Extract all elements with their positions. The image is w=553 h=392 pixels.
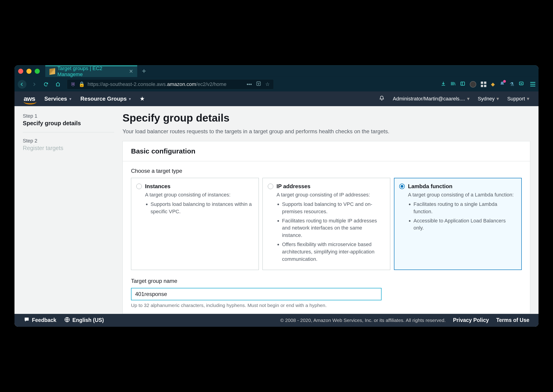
step-title: Register targets bbox=[23, 145, 114, 151]
svg-rect-2 bbox=[519, 82, 523, 85]
browser-tab[interactable]: Target groups | EC2 Manageme ✕ bbox=[45, 65, 137, 77]
browser-titlebar: Target groups | EC2 Manageme ✕ + bbox=[14, 65, 539, 77]
firefox-account-avatar[interactable] bbox=[470, 81, 476, 88]
window-controls bbox=[18, 69, 45, 74]
panel-body: Choose a target type Instances A target … bbox=[123, 161, 530, 314]
url-actions: ••• ☆ bbox=[247, 81, 270, 88]
aws-console-footer: Feedback English (US) © 2008 - 2020, Ama… bbox=[14, 314, 539, 327]
reload-button[interactable] bbox=[42, 80, 50, 89]
card-bullet: Supports load balancing to VPC and on-pr… bbox=[282, 201, 385, 215]
downloads-icon[interactable] bbox=[441, 81, 446, 88]
close-window-button[interactable] bbox=[18, 69, 23, 74]
browser-right-icons: ◆ ⚗ bbox=[441, 81, 535, 88]
maximize-window-button[interactable] bbox=[35, 69, 40, 74]
aws-notifications-icon[interactable] bbox=[379, 95, 385, 102]
forward-button[interactable] bbox=[30, 80, 38, 89]
page-subtitle: Your load balancer routes requests to th… bbox=[123, 128, 530, 135]
card-title: Instances bbox=[145, 183, 171, 189]
services-menu[interactable]: Services▾ bbox=[44, 96, 71, 102]
page-actions-icon[interactable]: ••• bbox=[247, 81, 252, 87]
card-title: Lambda function bbox=[408, 183, 452, 189]
aws-console-header: aws Services▾ Resource Groups▾ ★ Adminis… bbox=[14, 91, 539, 106]
target-type-ip-addresses[interactable]: IP addresses A target group consisting o… bbox=[262, 178, 390, 270]
feedback-link[interactable]: Feedback bbox=[24, 317, 56, 324]
new-tab-button[interactable]: + bbox=[137, 67, 151, 75]
aws-logo[interactable]: aws bbox=[24, 95, 35, 103]
menu-button[interactable] bbox=[530, 82, 535, 86]
svg-rect-0 bbox=[257, 82, 261, 85]
tab-title: Target groups | EC2 Manageme bbox=[57, 65, 126, 77]
lock-icon: 🔒 bbox=[79, 81, 85, 87]
radio-icon bbox=[399, 184, 405, 189]
radio-icon bbox=[136, 184, 142, 189]
browser-toolbar: ⛨ 🔒 https://ap-southeast-2.console.aws.a… bbox=[14, 77, 539, 91]
card-bullet: Facilitates routing to a single Lambda f… bbox=[413, 201, 517, 215]
browser-window: Target groups | EC2 Manageme ✕ + ⛨ 🔒 htt… bbox=[14, 65, 539, 327]
aws-nav: Services▾ Resource Groups▾ ★ bbox=[44, 96, 145, 102]
sidebar-icon[interactable] bbox=[460, 81, 465, 88]
pin-icon[interactable]: ★ bbox=[140, 96, 145, 102]
aws-header-right: Administrator/Martin@caarels....▾ Sydney… bbox=[379, 95, 529, 102]
extension-icon-1[interactable]: ◆ bbox=[491, 81, 495, 87]
step-number: Step 1 bbox=[23, 113, 114, 119]
tab-close-button[interactable]: ✕ bbox=[129, 69, 133, 74]
globe-icon bbox=[64, 317, 70, 324]
wizard-step-2[interactable]: Step 2 Register targets bbox=[23, 138, 114, 157]
panel-heading: Basic configuration bbox=[123, 141, 530, 161]
back-button[interactable] bbox=[18, 80, 27, 89]
wizard-sidebar: Step 1 Specify group details Step 2 Regi… bbox=[14, 106, 123, 314]
aws-favicon-icon bbox=[49, 68, 55, 75]
privacy-policy-link[interactable]: Privacy Policy bbox=[453, 317, 489, 323]
radio-icon bbox=[268, 184, 273, 189]
step-title: Specify group details bbox=[23, 120, 114, 127]
support-menu[interactable]: Support▾ bbox=[507, 96, 529, 102]
apps-grid-icon[interactable] bbox=[481, 82, 486, 87]
card-description: A target group consisting of a Lambda fu… bbox=[408, 191, 517, 198]
notifications-icon[interactable] bbox=[499, 81, 505, 88]
card-bullet: Facilitates routing to multiple IP addre… bbox=[282, 217, 385, 239]
target-type-instances[interactable]: Instances A target group consisting of i… bbox=[131, 178, 259, 270]
speech-bubble-icon bbox=[24, 317, 30, 324]
target-group-name-hint: Up to 32 alphanumeric characters, includ… bbox=[131, 303, 522, 308]
main-content: Specify group details Your load balancer… bbox=[123, 106, 539, 314]
account-menu[interactable]: Administrator/Martin@caarels....▾ bbox=[393, 96, 469, 102]
home-button[interactable] bbox=[54, 80, 62, 89]
svg-rect-1 bbox=[461, 82, 465, 85]
region-menu[interactable]: Sydney▾ bbox=[478, 96, 499, 102]
card-bullet: Offers flexibility with microservice bas… bbox=[282, 241, 385, 263]
resource-groups-menu[interactable]: Resource Groups▾ bbox=[80, 96, 131, 102]
language-selector[interactable]: English (US) bbox=[64, 317, 104, 324]
bookmark-star-icon[interactable]: ☆ bbox=[265, 81, 270, 87]
extension-icon-2[interactable]: ⚗ bbox=[510, 81, 514, 87]
card-description: A target group consisting of instances: bbox=[145, 191, 253, 198]
basic-configuration-panel: Basic configuration Choose a target type… bbox=[123, 141, 530, 314]
terms-of-use-link[interactable]: Terms of Use bbox=[496, 317, 529, 323]
target-type-cards: Instances A target group consisting of i… bbox=[131, 178, 522, 270]
copyright-text: © 2008 - 2020, Amazon Web Services, Inc.… bbox=[280, 318, 446, 323]
wizard-step-1[interactable]: Step 1 Specify group details bbox=[23, 113, 114, 132]
step-number: Step 2 bbox=[23, 138, 114, 144]
target-type-label: Choose a target type bbox=[131, 168, 522, 174]
reader-mode-icon[interactable] bbox=[256, 81, 261, 88]
target-group-name-input[interactable] bbox=[131, 288, 382, 300]
card-title: IP addresses bbox=[277, 183, 310, 189]
address-bar[interactable]: ⛨ 🔒 https://ap-southeast-2.console.aws.a… bbox=[67, 79, 274, 89]
target-type-lambda[interactable]: Lambda function A target group consistin… bbox=[394, 178, 522, 270]
card-description: A target group consisting of IP addresse… bbox=[277, 191, 385, 198]
url-text: https://ap-southeast-2.console.aws.amazo… bbox=[88, 81, 226, 87]
save-to-pocket-icon[interactable] bbox=[519, 81, 524, 88]
page-body: Step 1 Specify group details Step 2 Regi… bbox=[14, 106, 539, 314]
minimize-window-button[interactable] bbox=[27, 69, 31, 74]
target-group-name-label: Target group name bbox=[131, 278, 522, 284]
card-bullet: Accessible to Application Load Balancers… bbox=[413, 217, 517, 232]
card-bullet: Supports load balancing to instances wit… bbox=[151, 201, 253, 215]
page-title: Specify group details bbox=[123, 112, 530, 124]
library-icon[interactable] bbox=[450, 81, 455, 88]
tracking-protection-icon: ⛨ bbox=[71, 81, 76, 87]
